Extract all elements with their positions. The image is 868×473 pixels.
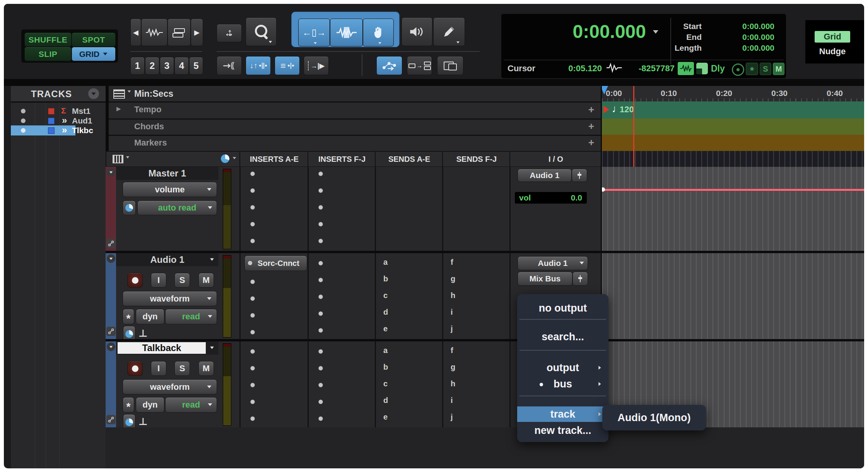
tempo-expand-icon[interactable]: ▶: [116, 105, 121, 112]
master-collapse-button[interactable]: [107, 168, 115, 177]
audio1-collapse-button[interactable]: [107, 254, 115, 263]
send-slot-f[interactable]: f: [451, 258, 453, 267]
talkback-routing-button[interactable]: [106, 415, 116, 424]
selector-tool-button[interactable]: [330, 19, 363, 46]
track-show-dot[interactable]: [21, 109, 26, 113]
audio1-monitor-icon[interactable]: ⊥: [138, 327, 148, 339]
nudge-label[interactable]: Nudge: [815, 46, 850, 57]
talkback-automation-mode-selector[interactable]: read: [165, 397, 217, 413]
send-slot-d[interactable]: d: [383, 396, 388, 405]
talkback-record-button[interactable]: [127, 361, 143, 376]
track-list-item-mst1[interactable]: Σ Mst1: [11, 106, 75, 116]
send-slot-e[interactable]: e: [383, 413, 388, 422]
zoom-preset-5-button[interactable]: 5: [189, 57, 203, 75]
talkback-name-dropdown-icon[interactable]: [210, 346, 214, 349]
audio1-dyn-button[interactable]: dyn: [136, 309, 164, 324]
audio1-record-button[interactable]: [127, 273, 143, 288]
send-slot-j[interactable]: j: [451, 324, 453, 333]
link-track-edit-selection-button[interactable]: ≡: [275, 56, 300, 75]
submenu-item-audio1-mono[interactable]: Audio 1(Mono): [602, 405, 706, 430]
tempo-ruler-row[interactable]: ▶ Tempo +: [109, 101, 602, 120]
time-ruler-strip[interactable]: 0:00 0:10 0:20 0:30 0:40: [602, 86, 864, 103]
track-color-swatch[interactable]: [48, 108, 55, 115]
send-slot-c[interactable]: c: [383, 379, 388, 388]
master-volume-readout[interactable]: vol 0.0: [515, 192, 587, 204]
zoom-preset-4-button[interactable]: 4: [174, 57, 189, 75]
send-slot-g[interactable]: g: [451, 363, 455, 372]
column-view-icon[interactable]: [113, 155, 123, 163]
audio1-name-bar[interactable]: Audio 1: [116, 253, 219, 266]
delay-compensation-label[interactable]: Dly: [711, 63, 725, 74]
talkback-dyn-button[interactable]: dyn: [136, 397, 164, 413]
send-slot-e[interactable]: e: [383, 324, 388, 333]
solo-status-badge[interactable]: S: [760, 63, 771, 75]
send-slot-j[interactable]: j: [451, 413, 453, 422]
zoomer-tool-button[interactable]: [246, 17, 277, 46]
master-track-lane[interactable]: [602, 167, 864, 251]
send-slot-a[interactable]: a: [383, 258, 388, 267]
menu-item-new-track[interactable]: new track...: [517, 423, 608, 438]
sync-status-icon[interactable]: [732, 63, 744, 76]
master-output-fader-button[interactable]: [572, 169, 587, 182]
window-configuration-button[interactable]: [437, 56, 463, 75]
counter-dropdown-icon[interactable]: [653, 30, 658, 34]
send-slot-h[interactable]: h: [451, 379, 455, 388]
chords-ruler-row[interactable]: Chords +: [109, 118, 602, 136]
pan-tool-button[interactable]: ↔↕: [217, 24, 242, 42]
send-slot-b[interactable]: b: [383, 363, 388, 372]
pencil-tool-button[interactable]: [433, 17, 465, 46]
menu-item-search[interactable]: search...: [517, 328, 608, 345]
markers-ruler-row[interactable]: Markers +: [109, 135, 602, 152]
link-timeline-edit-selection-button[interactable]: ↓↑: [246, 56, 271, 75]
io-header[interactable]: I / O: [509, 151, 602, 167]
inserts-ae-header[interactable]: INSERTS A-E: [239, 151, 309, 167]
markers-label[interactable]: Markers: [134, 138, 167, 148]
track-show-dot[interactable]: [21, 128, 26, 133]
markers-add-button[interactable]: +: [588, 137, 594, 149]
talkback-inserts-ae-slots[interactable]: [239, 341, 308, 427]
elastic-audio-status-icon[interactable]: *: [746, 63, 758, 75]
master-inserts-ae-slots[interactable]: [239, 167, 308, 251]
shuffle-mode-button[interactable]: SHUFFLE: [24, 33, 72, 47]
talkback-name-bar[interactable]: Talkback: [116, 341, 219, 355]
grid-value-button[interactable]: Grid: [815, 31, 850, 43]
talkback-track-view-selector[interactable]: waveform: [123, 379, 217, 394]
send-slot-c[interactable]: c: [383, 291, 388, 300]
audio1-inserts-fj-slots[interactable]: [308, 253, 375, 339]
tempo-bpm-value[interactable]: 120: [620, 105, 634, 115]
audio1-insert-a-plugin-button[interactable]: Sorc-Cnnct: [244, 255, 307, 271]
track-color-swatch[interactable]: [48, 118, 55, 124]
track-list-item-aud1[interactable]: » Aud1: [11, 116, 75, 125]
master-inserts-fj-slots[interactable]: [308, 167, 375, 251]
master-routing-button[interactable]: [106, 239, 116, 248]
grabber-tool-button[interactable]: [363, 19, 394, 46]
send-slot-b[interactable]: b: [383, 274, 388, 283]
timebase-ruler-row[interactable]: Min:Secs: [109, 86, 602, 103]
send-slot-a[interactable]: a: [383, 346, 388, 355]
audio1-mute-button[interactable]: M: [198, 273, 214, 288]
send-slot-i[interactable]: i: [451, 308, 453, 317]
talkback-collapse-button[interactable]: [107, 343, 115, 351]
menu-item-output[interactable]: output: [517, 359, 608, 376]
column-view-dropdown-icon[interactable]: [126, 156, 129, 158]
send-slot-d[interactable]: d: [383, 308, 388, 317]
main-counter[interactable]: 0:00.000: [507, 21, 646, 42]
tempo-strip[interactable]: ♩ 120: [602, 101, 864, 120]
spot-mode-button[interactable]: SPOT: [72, 33, 116, 47]
length-value[interactable]: 0:00.000: [708, 43, 774, 53]
track-show-dot[interactable]: [21, 118, 26, 123]
tempo-label[interactable]: Tempo: [134, 105, 161, 115]
chords-strip[interactable]: [602, 118, 864, 136]
master-output-selector[interactable]: Audio 1: [518, 169, 572, 182]
zoom-preset-3-button[interactable]: 3: [160, 57, 174, 75]
tempo-add-button[interactable]: +: [588, 104, 594, 116]
track-list-name[interactable]: Aud1: [72, 116, 92, 125]
ruler-list-icon[interactable]: [113, 89, 125, 99]
master-automation-clock-button[interactable]: [123, 201, 136, 215]
tempo-event-marker-icon[interactable]: [603, 106, 609, 113]
zoom-out-arrow-button[interactable]: ◀: [130, 19, 141, 46]
chords-add-button[interactable]: +: [588, 120, 594, 132]
send-slot-i[interactable]: i: [451, 396, 453, 405]
talkback-elastic-audio-button[interactable]: *: [123, 397, 134, 413]
talkback-monitor-icon[interactable]: ⊥: [138, 416, 148, 428]
